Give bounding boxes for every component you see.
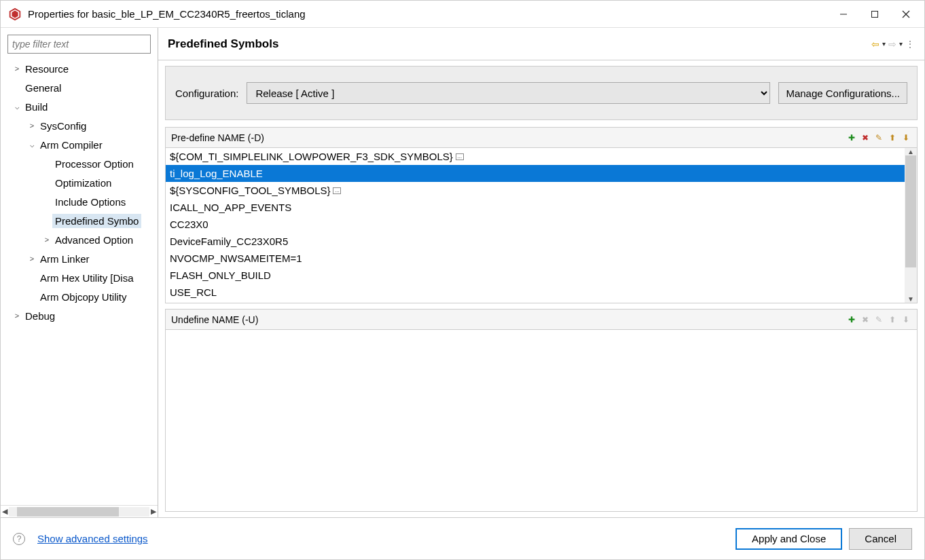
list-item[interactable]: ${COM_TI_SIMPLELINK_LOWPOWER_F3_SDK_SYMB…	[166, 148, 905, 165]
tree-item[interactable]: Include Options	[1, 192, 158, 211]
tree-item[interactable]: Arm Hex Utility [Disa	[1, 268, 158, 287]
tree-item[interactable]: Arm Objcopy Utility	[1, 287, 158, 306]
move-up-icon[interactable]: ⬆	[887, 132, 898, 143]
tree-item[interactable]: >Advanced Option	[1, 230, 158, 249]
chevron-right-icon[interactable]: >	[26, 122, 37, 130]
properties-dialog: Properties for basic_ble_LP_EM_CC2340R5_…	[0, 0, 925, 560]
undefine-title: Undefine NAME (-U)	[171, 314, 846, 325]
list-item-text: ${SYSCONFIG_TOOL_SYMBOLS}	[170, 185, 330, 196]
back-menu-icon[interactable]: ▾	[882, 40, 886, 48]
move-down-icon: ⬇	[901, 314, 911, 325]
chevron-right-icon[interactable]: >	[12, 312, 22, 320]
help-icon[interactable]: ?	[13, 533, 25, 545]
list-item-text: NVOCMP_NWSAMEITEM=1	[170, 253, 302, 264]
show-advanced-link[interactable]: Show advanced settings	[37, 533, 729, 544]
forward-menu-icon[interactable]: ▾	[899, 40, 903, 48]
predefine-panel: Pre-define NAME (-D) ✚ ✖ ✎ ⬆ ⬇ ${COM_TI_…	[165, 127, 918, 303]
list-item[interactable]: USE_RCL	[166, 284, 905, 301]
configuration-select[interactable]: Release [ Active ]	[247, 82, 770, 104]
undefine-list[interactable]	[166, 330, 917, 511]
sidebar: >ResourceGeneral⌵Build>SysConfig⌵Arm Com…	[1, 28, 158, 517]
list-item[interactable]: FLASH_ONLY_BUILD	[166, 267, 905, 284]
list-item[interactable]: ICALL_NO_APP_EVENTS	[166, 199, 905, 216]
minimize-button[interactable]	[828, 3, 859, 25]
tree-item[interactable]: Predefined Symbo	[1, 211, 158, 230]
tree-item[interactable]: General	[1, 78, 158, 97]
list-item-text: FLASH_ONLY_BUILD	[170, 269, 271, 281]
list-item[interactable]: DeviceFamily_CC23X0R5	[166, 233, 905, 250]
list-item-text: CC23X0	[170, 219, 208, 230]
chevron-down-icon[interactable]: ⌵	[26, 141, 37, 149]
predefine-title: Pre-define NAME (-D)	[171, 132, 846, 143]
tree-item-label: Advanced Option	[52, 233, 136, 247]
list-item[interactable]: NVOCMP_NWSAMEITEM=1	[166, 250, 905, 267]
tree-item[interactable]: >SysConfig	[1, 116, 158, 135]
tree-item-label: Arm Linker	[37, 252, 92, 266]
horizontal-scrollbar[interactable]: ◀ ▶	[1, 505, 158, 517]
scroll-left-icon[interactable]: ◀	[2, 507, 7, 516]
list-item-text: ${COM_TI_SIMPLELINK_LOWPOWER_F3_SDK_SYMB…	[170, 151, 453, 162]
forward-icon[interactable]: ⇨	[888, 39, 896, 50]
edit-icon[interactable]: ✎	[873, 132, 884, 143]
nav-tree: >ResourceGeneral⌵Build>SysConfig⌵Arm Com…	[1, 58, 158, 505]
tree-item-label: Arm Compiler	[37, 138, 105, 152]
vertical-scrollbar[interactable]: ▲ ▼	[905, 148, 917, 303]
tree-item-label: Build	[22, 100, 50, 114]
filter-input[interactable]	[7, 35, 151, 54]
tree-item[interactable]: >Resource	[1, 59, 158, 78]
predefine-list[interactable]: ${COM_TI_SIMPLELINK_LOWPOWER_F3_SDK_SYMB…	[166, 148, 905, 303]
chevron-down-icon[interactable]: ⌵	[12, 102, 22, 111]
footer: ? Show advanced settings Apply and Close…	[1, 517, 924, 559]
page-title: Predefined Symbols	[168, 37, 871, 51]
tree-item-label: Optimization	[52, 176, 114, 190]
add-icon[interactable]: ✚	[846, 314, 857, 325]
maximize-button[interactable]	[859, 3, 890, 25]
undefine-panel: Undefine NAME (-U) ✚ ✖ ✎ ⬆ ⬇	[165, 309, 918, 512]
titlebar: Properties for basic_ble_LP_EM_CC2340R5_…	[1, 1, 924, 28]
configuration-label: Configuration:	[175, 88, 238, 99]
list-item[interactable]: ti_log_Log_ENABLE	[166, 165, 905, 182]
list-item-text: ICALL_NO_APP_EVENTS	[170, 202, 291, 213]
list-item-text: USE_RCL	[170, 286, 217, 298]
expand-macro-icon[interactable]: …	[333, 187, 341, 194]
main-header: Predefined Symbols ⇦ ▾ ⇨ ▾ ⋮	[158, 28, 924, 60]
manage-configurations-button[interactable]: Manage Configurations...	[778, 82, 907, 104]
tree-item-label: Predefined Symbo	[52, 214, 141, 228]
tree-item[interactable]: Optimization	[1, 173, 158, 192]
tree-item[interactable]: ⌵Arm Compiler	[1, 135, 158, 154]
list-item[interactable]: CC23X0	[166, 216, 905, 233]
scroll-up-icon[interactable]: ▲	[907, 148, 914, 155]
list-item-text: DeviceFamily_CC23X0R5	[170, 236, 288, 247]
main-pane: Predefined Symbols ⇦ ▾ ⇨ ▾ ⋮ Configurati…	[158, 28, 924, 517]
expand-macro-icon[interactable]: …	[456, 153, 464, 160]
back-icon[interactable]: ⇦	[871, 39, 879, 50]
tree-item-label: Resource	[22, 62, 71, 76]
list-item[interactable]: ${SYSCONFIG_TOOL_SYMBOLS}…	[166, 182, 905, 199]
apply-and-close-button[interactable]: Apply and Close	[736, 528, 842, 550]
tree-item-label: Debug	[22, 309, 58, 323]
tree-item[interactable]: >Debug	[1, 306, 158, 325]
chevron-right-icon[interactable]: >	[41, 236, 52, 244]
delete-icon[interactable]: ✖	[860, 132, 871, 143]
edit-icon: ✎	[873, 314, 884, 325]
configuration-bar: Configuration: Release [ Active ] Manage…	[165, 66, 918, 120]
move-down-icon[interactable]: ⬇	[901, 132, 911, 143]
cancel-button[interactable]: Cancel	[849, 528, 912, 550]
tree-item-label: General	[22, 81, 64, 95]
view-menu-icon[interactable]: ⋮	[905, 39, 915, 50]
delete-icon: ✖	[860, 314, 871, 325]
scroll-down-icon[interactable]: ▼	[907, 295, 914, 303]
predefine-header: Pre-define NAME (-D) ✚ ✖ ✎ ⬆ ⬇	[166, 128, 917, 148]
tree-item-label: Processor Option	[52, 157, 137, 171]
close-button[interactable]	[890, 3, 922, 25]
list-item-text: ti_log_Log_ENABLE	[170, 168, 263, 179]
tree-item[interactable]: >Arm Linker	[1, 249, 158, 268]
undefine-header: Undefine NAME (-U) ✚ ✖ ✎ ⬆ ⬇	[166, 310, 917, 330]
tree-item[interactable]: ⌵Build	[1, 97, 158, 116]
add-icon[interactable]: ✚	[846, 132, 857, 143]
scroll-right-icon[interactable]: ▶	[151, 507, 156, 516]
svg-rect-0	[872, 11, 878, 17]
chevron-right-icon[interactable]: >	[26, 255, 37, 263]
chevron-right-icon[interactable]: >	[12, 64, 22, 73]
tree-item[interactable]: Processor Option	[1, 154, 158, 173]
